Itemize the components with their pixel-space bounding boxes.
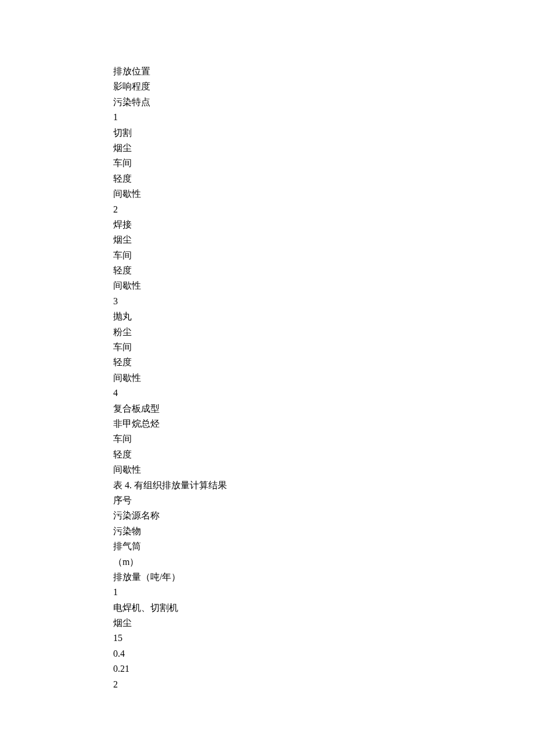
text-line: 间歇性	[113, 278, 534, 293]
text-line: 电焊机、切割机	[113, 600, 534, 615]
text-line: 0.21	[113, 661, 534, 676]
text-line: 烟尘	[113, 615, 534, 631]
text-line: 排放位置	[113, 64, 534, 79]
text-line: 烟尘	[113, 232, 534, 247]
text-line: 4	[113, 386, 534, 401]
text-line: 抛丸	[113, 309, 534, 324]
document-page: 排放位置 影响程度 污染特点 1 切割 烟尘 车间 轻度 间歇性 2 焊接 烟尘…	[0, 0, 534, 756]
text-line: 车间	[113, 340, 534, 355]
text-line: 粉尘	[113, 325, 534, 340]
text-line: 焊接	[113, 217, 534, 232]
text-line: 序号	[113, 493, 534, 508]
text-line: 轻度	[113, 355, 534, 370]
text-line: 污染物	[113, 524, 534, 539]
text-line: 表 4. 有组织排放量计算结果	[113, 478, 534, 493]
text-line: 车间	[113, 156, 534, 171]
text-line: 间歇性	[113, 370, 534, 386]
text-line: 1	[113, 585, 534, 600]
text-line: 轻度	[113, 263, 534, 278]
text-line: 烟尘	[113, 141, 534, 156]
text-line: （m）	[113, 555, 534, 570]
text-line: 0.4	[113, 646, 534, 661]
text-line: 轻度	[113, 171, 534, 186]
text-line: 污染特点	[113, 95, 534, 110]
text-line: 影响程度	[113, 79, 534, 94]
text-line: 非甲烷总烃	[113, 416, 534, 431]
text-line: 复合板成型	[113, 401, 534, 416]
text-line: 2	[113, 202, 534, 217]
text-line: 车间	[113, 248, 534, 263]
text-line: 3	[113, 294, 534, 309]
text-line: 15	[113, 631, 534, 646]
text-line: 排放量（吨/年）	[113, 570, 534, 585]
text-line: 1	[113, 110, 534, 125]
text-line: 2	[113, 677, 534, 692]
text-line: 排气筒	[113, 539, 534, 554]
text-line: 轻度	[113, 447, 534, 462]
text-line: 切割	[113, 125, 534, 141]
text-line: 污染源名称	[113, 508, 534, 523]
text-line: 间歇性	[113, 186, 534, 201]
text-line: 车间	[113, 431, 534, 447]
text-line: 间歇性	[113, 462, 534, 477]
